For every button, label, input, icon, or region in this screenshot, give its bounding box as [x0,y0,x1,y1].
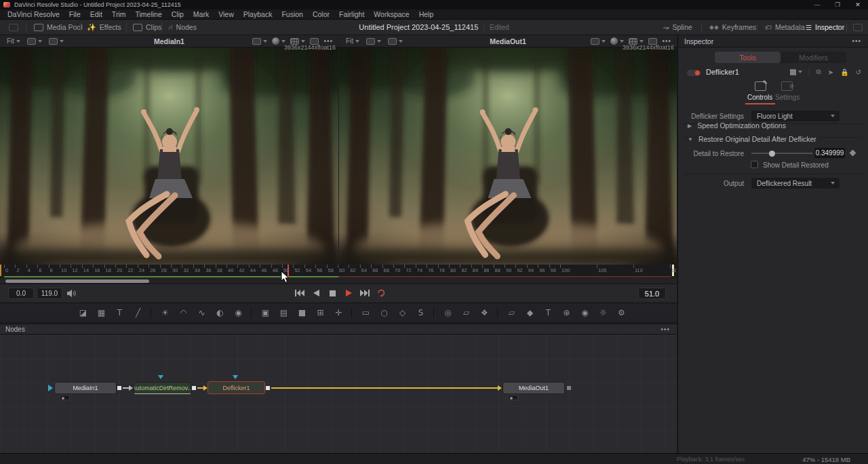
media-pool-button[interactable]: Media Pool [34,20,83,35]
deflicker-output-socket[interactable] [266,386,270,390]
go-to-last-frame-button[interactable] [359,287,371,299]
camera-3d-tool-icon[interactable]: ◉ [578,306,592,320]
resize-tool-icon[interactable]: ⊞ [313,306,328,320]
version-dropdown[interactable] [790,69,802,75]
matte-control-tool-icon[interactable]: ■ [295,306,309,320]
node-deflicker1[interactable]: Deflicker1 [208,381,265,394]
text-plus-tool-icon[interactable]: T [113,306,127,320]
menu-help[interactable]: Help [414,10,439,18]
menu-edit[interactable]: Edit [85,10,107,18]
channel-booleans-tool-icon[interactable]: ▤ [277,306,291,320]
planar-tracker-tool-icon[interactable]: ▱ [459,306,473,320]
guides-dropdown[interactable] [629,38,644,45]
node-mediain1[interactable]: MediaIn1 [54,382,117,394]
restore-detail-section[interactable]: ▼ Restore Original Detail After Deflicke… [688,135,816,143]
menu-davinci-resolve[interactable]: DaVinci Resolve [3,10,64,18]
timeline-scrollbar[interactable] [0,278,677,284]
copy-settings-icon[interactable]: ⧉ [816,68,821,76]
spot-light-3d-tool-icon[interactable]: ☼ [596,306,610,320]
merge-tool-icon[interactable]: ▣ [258,306,273,320]
roi-dropdown[interactable] [591,38,606,45]
out-point-field[interactable]: 119.0 [37,288,62,299]
renderer-3d-tool-icon[interactable]: ⚙ [614,306,629,320]
menu-trim[interactable]: Trim [107,10,131,18]
polygon-mask-tool-icon[interactable]: ◇ [395,306,410,320]
slider-handle[interactable] [769,151,775,157]
menu-file[interactable]: File [64,10,85,18]
menu-mark[interactable]: Mark [189,10,214,18]
guides-dropdown[interactable] [290,38,305,45]
rectangle-mask-tool-icon[interactable]: ▭ [359,306,373,320]
subtab-settings[interactable]: Settings [775,94,800,101]
color-curves-tool-icon[interactable]: ◠ [176,306,191,320]
text-3d-tool-icon[interactable]: T [541,306,555,320]
audio-mute-icon[interactable] [66,289,77,298]
node-automaticdirtremoval[interactable]: AutomaticDirtRemov... [134,382,191,394]
viewer-left-image[interactable] [0,47,338,265]
image-plane-3d-tool-icon[interactable]: ▱ [505,306,519,320]
tab-modifiers[interactable]: Modifiers [781,52,846,63]
clips-button[interactable]: Clips [133,20,161,35]
close-button[interactable]: ✕ [848,0,868,9]
menu-fairlight[interactable]: Fairlight [334,10,369,18]
menu-clip[interactable]: Clip [167,10,189,18]
tracker-tool-icon[interactable]: ◎ [441,306,455,320]
spline-button[interactable]: ↝ Spline [663,20,692,35]
paint-tool-icon[interactable]: ╱ [131,306,145,320]
maximize-button[interactable]: ❐ [827,0,848,9]
current-frame-field[interactable]: 51.0 [638,288,666,299]
pin-icon[interactable]: ➤ [828,69,833,76]
menu-playback[interactable]: Playback [239,10,277,18]
detail-to-restore-slider[interactable] [751,153,812,154]
node-enable-toggle[interactable] [687,70,701,76]
fast-noise-tool-icon[interactable]: ▦ [94,306,108,320]
mediain-output-socket[interactable] [117,386,121,390]
in-point-field[interactable]: 0.0 [8,288,34,299]
mediain-thumbnail-chip[interactable] [60,395,70,400]
brightness-contrast-tool-icon[interactable]: ◐ [213,306,227,320]
detail-to-restore-value[interactable]: 0.349999 [814,148,845,158]
color-gain-tool-icon[interactable]: ◉ [231,306,245,320]
mediaout-output-socket[interactable] [567,386,571,390]
nodes-button[interactable]: ⑁ Nodes [168,20,197,35]
dirtremoval-output-socket[interactable] [192,386,196,390]
node-mediaout1[interactable]: MediaOut1 [502,382,565,394]
effects-button[interactable]: ✨ Effects [87,20,121,35]
transform-tool-icon[interactable]: ✛ [332,306,346,320]
menu-color[interactable]: Color [308,10,334,18]
keyframe-diamond-icon[interactable] [850,150,856,157]
clean-feed-button[interactable] [853,20,863,35]
loop-button[interactable] [375,287,387,299]
shape-3d-tool-icon[interactable]: ◆ [523,306,537,320]
tab-tools[interactable]: Tools [715,52,781,63]
timeline-ruler[interactable]: 0246810121416182022242628303234363840424… [0,265,677,278]
show-detail-restored-checkbox[interactable] [751,161,758,168]
reset-icon[interactable]: ↺ [856,69,861,76]
inspector-button[interactable]: ☰ Inspector [806,20,844,35]
lock-icon[interactable]: 🔒 [840,69,848,76]
node-graph-canvas[interactable]: MediaIn1 AutomaticDirtRemov... Deflicker… [0,335,677,453]
expand-viewer-icon[interactable] [310,38,319,45]
speed-optimization-section[interactable]: ▶ Speed Optimization Options [688,121,786,130]
stop-button[interactable] [326,287,338,299]
interface-toggle-button[interactable] [9,20,18,35]
output-dropdown[interactable]: Deflickered Result [751,178,840,189]
inspector-options-menu[interactable]: ••• [852,37,861,45]
menu-view[interactable]: View [214,10,239,18]
connection-deflicker-to-mediaout[interactable] [271,387,499,389]
viewer-right-image[interactable] [339,47,677,265]
ellipse-mask-tool-icon[interactable]: ○ [377,306,391,320]
go-to-first-frame-button[interactable] [294,287,306,299]
keyframes-button[interactable]: ◈◈ Keyframes [709,20,756,35]
play-forward-button[interactable] [342,287,355,299]
timeline-scroll-thumb[interactable] [5,279,149,283]
subtab-controls[interactable]: Controls [747,94,772,101]
background-tool-icon[interactable]: ◪ [76,306,90,320]
menu-timeline[interactable]: Timeline [130,10,166,18]
menu-fusion[interactable]: Fusion [277,10,308,18]
color-corrector-tool-icon[interactable]: ☀ [158,306,172,320]
deflicker-settings-dropdown[interactable]: Fluoro Light [751,111,840,121]
play-reverse-button[interactable] [310,287,322,299]
merge-3d-tool-icon[interactable]: ⊕ [559,306,574,320]
mediaout-thumbnail-chip[interactable] [508,395,518,400]
